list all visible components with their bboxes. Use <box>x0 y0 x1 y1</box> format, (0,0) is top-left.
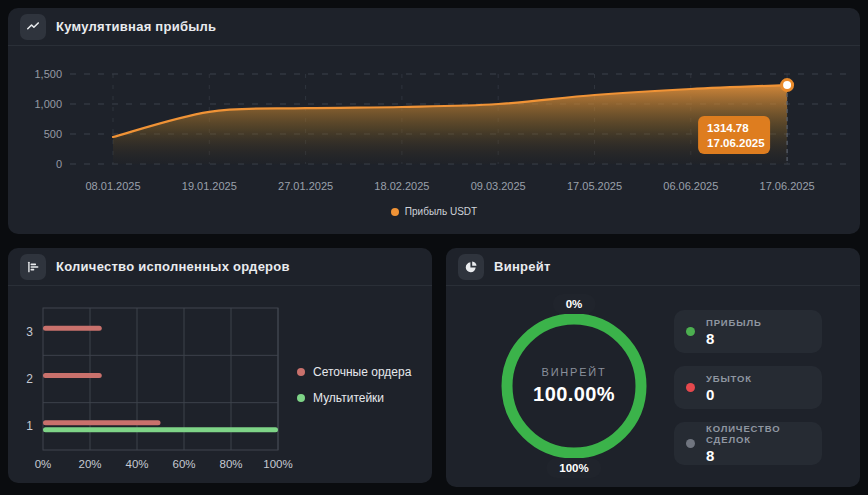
winrate-donut[interactable]: 0% 100% ВИНРЕЙТ 100.00% <box>486 298 662 474</box>
cumulative-chart-area: 05001,0001,50008.01.202519.01.202527.01.… <box>8 46 860 234</box>
winrate-title: Винрейт <box>494 259 551 274</box>
legend-label-profit: Прибыль USDT <box>405 206 477 217</box>
winrate-center-value: 100.00% <box>533 383 615 406</box>
svg-text:20%: 20% <box>78 458 101 470</box>
cumulative-profit-header: Кумулятивная прибыль <box>8 8 860 46</box>
svg-text:19.01.2025: 19.01.2025 <box>182 180 237 192</box>
svg-text:0: 0 <box>56 158 62 170</box>
executed-orders-header: Количество исполненных ордеров <box>8 248 432 286</box>
winrate-panel: Винрейт 0% 100% ВИНРЕЙТ 100.00% ПРИБЫЛЬ <box>446 248 860 487</box>
cumulative-profit-panel: Кумулятивная прибыль 05001,0001,50008.01… <box>8 8 860 234</box>
stat-card-profit: ПРИБЫЛЬ 8 <box>674 310 822 353</box>
legend-label-multitakes: Мультитейки <box>313 391 384 405</box>
last-point-marker[interactable] <box>782 80 793 91</box>
legend-item-multitakes[interactable]: Мультитейки <box>297 391 411 405</box>
orders-bar-chart[interactable]: 3210%20%40%60%80%100% <box>8 286 293 478</box>
cumulative-legend[interactable]: Прибыль USDT <box>8 206 860 217</box>
legend-dot-multitakes <box>297 394 305 402</box>
trades-dot <box>686 439 695 448</box>
cumulative-profit-title: Кумулятивная прибыль <box>56 19 216 34</box>
loss-value: 0 <box>706 386 752 403</box>
loss-dot <box>686 383 695 392</box>
svg-text:1314.78: 1314.78 <box>707 122 749 134</box>
winrate-center-label: ВИНРЕЙТ <box>542 366 607 378</box>
svg-text:0%: 0% <box>35 458 52 470</box>
svg-text:40%: 40% <box>125 458 148 470</box>
winrate-stats: ПРИБЫЛЬ 8 УБЫТОК 0 КОЛИЧЕСТВО СДЕЛОК 8 <box>674 310 822 487</box>
legend-dot-grid-orders <box>297 368 305 376</box>
legend-label-grid-orders: Сеточные ордера <box>313 365 411 379</box>
pie-chart-icon <box>458 254 484 280</box>
executed-orders-panel: Количество исполненных ордеров 3210%20%4… <box>8 248 432 483</box>
svg-text:06.06.2025: 06.06.2025 <box>663 180 718 192</box>
horizontal-bars-icon <box>20 254 46 280</box>
trades-value: 8 <box>706 447 810 464</box>
stat-card-trades: КОЛИЧЕСТВО СДЕЛОК 8 <box>674 422 822 465</box>
winrate-center: ВИНРЕЙТ 100.00% <box>486 298 662 474</box>
svg-text:17.05.2025: 17.05.2025 <box>567 180 622 192</box>
profit-value: 8 <box>706 330 762 347</box>
profit-dot <box>686 327 695 336</box>
chart-tooltip: 1314.78 17.06.2025 <box>698 116 770 154</box>
stat-card-loss: УБЫТОК 0 <box>674 366 822 409</box>
svg-text:80%: 80% <box>219 458 242 470</box>
profit-label: ПРИБЫЛЬ <box>706 317 762 328</box>
executed-orders-title: Количество исполненных ордеров <box>56 259 290 274</box>
svg-text:100%: 100% <box>263 458 292 470</box>
trades-label: КОЛИЧЕСТВО СДЕЛОК <box>706 423 810 445</box>
svg-text:27.01.2025: 27.01.2025 <box>278 180 333 192</box>
svg-text:2: 2 <box>26 372 33 386</box>
svg-text:08.01.2025: 08.01.2025 <box>85 180 140 192</box>
svg-text:500: 500 <box>44 128 62 140</box>
svg-text:1,500: 1,500 <box>34 68 62 80</box>
trend-line-icon <box>20 14 46 40</box>
loss-label: УБЫТОК <box>706 373 752 384</box>
winrate-header: Винрейт <box>446 248 860 286</box>
svg-text:18.02.2025: 18.02.2025 <box>374 180 429 192</box>
orders-legend: Сеточные ордера Мультитейки <box>297 286 411 483</box>
legend-item-grid-orders[interactable]: Сеточные ордера <box>297 365 411 379</box>
svg-text:60%: 60% <box>172 458 195 470</box>
orders-chart-area: 3210%20%40%60%80%100% Сеточные ордера Му… <box>8 286 432 483</box>
cumulative-profit-chart[interactable]: 05001,0001,50008.01.202519.01.202527.01.… <box>8 50 860 200</box>
svg-text:09.03.2025: 09.03.2025 <box>471 180 526 192</box>
svg-text:1,000: 1,000 <box>34 98 62 110</box>
svg-text:1: 1 <box>26 419 33 433</box>
svg-text:3: 3 <box>26 325 33 339</box>
svg-text:17.06.2025: 17.06.2025 <box>760 180 815 192</box>
svg-text:17.06.2025: 17.06.2025 <box>707 137 765 149</box>
legend-dot-profit <box>391 208 399 216</box>
winrate-body: 0% 100% ВИНРЕЙТ 100.00% ПРИБЫЛЬ 8 <box>446 286 860 487</box>
